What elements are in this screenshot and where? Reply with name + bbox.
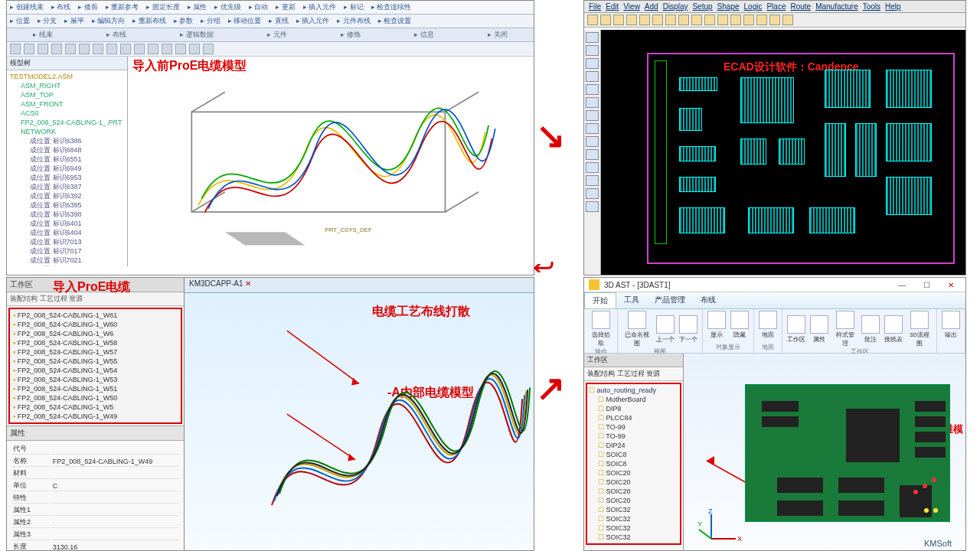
tab[interactable]: 开始 — [584, 292, 616, 308]
list-item[interactable]: FP2_008_524-CABLING-1_W5 — [13, 403, 179, 412]
ribbon-icon[interactable] — [759, 311, 777, 329]
ribbon-icon[interactable] — [810, 315, 828, 334]
tree-item[interactable]: 成位置 标识6404 — [10, 228, 127, 237]
list-item[interactable]: SOIC8 — [589, 459, 678, 468]
tree-item[interactable]: 成位置 标识7013 — [10, 237, 127, 246]
tool-icon[interactable] — [203, 44, 214, 54]
tool-icon[interactable] — [586, 71, 599, 82]
prop-val[interactable]: 3130.16 — [51, 542, 179, 551]
list-item[interactable]: SOIC20 — [589, 468, 678, 478]
tree-item[interactable]: 成位置 标识6395 — [10, 201, 127, 210]
ribbon-icon[interactable] — [656, 315, 675, 334]
ast-ribbon[interactable]: 选择拾取操作已命名视图上一个下一个视图显示隐藏对象显示地面地面工作区属性样式管理… — [584, 309, 965, 354]
tool-icon[interactable] — [10, 44, 21, 54]
tool-icon[interactable] — [782, 15, 793, 25]
ribbon-cmd[interactable]: ▸ 逻辑数据 — [180, 30, 214, 40]
list-item[interactable]: SOIC32 — [589, 523, 678, 533]
tree-item[interactable]: FP2_008_524-CABLING-1_.PRT — [10, 118, 127, 127]
ribbon-button[interactable]: 3D流程图 — [907, 311, 932, 347]
tool-icon[interactable] — [652, 15, 663, 25]
menu-item[interactable]: Place — [766, 2, 786, 11]
ribbon-cmd[interactable]: ▸ 自动 — [249, 2, 269, 12]
component-list[interactable]: auto_routing_ready MotherBoardDIP8PLCC84… — [586, 383, 681, 545]
tool-icon[interactable] — [691, 15, 702, 25]
ribbon-cmd[interactable]: ▸ 布线 — [51, 2, 71, 12]
tool-icon[interactable] — [626, 15, 637, 25]
tab[interactable]: 工具 — [616, 292, 647, 308]
ribbon-cmd[interactable]: ▸ 信息 — [414, 30, 434, 40]
ribbon-icon[interactable] — [884, 315, 903, 334]
tool-icon[interactable] — [79, 44, 90, 54]
ribbon-cmd[interactable]: ▸ 参数 — [174, 16, 194, 26]
menu-item[interactable]: Help — [885, 2, 901, 11]
ribbon-cmd[interactable]: ▸ 属性 — [188, 2, 207, 12]
ribbon-button[interactable]: 隐藏 — [730, 311, 749, 339]
list-item[interactable]: SOIC8 — [589, 450, 678, 459]
ribbon-button[interactable]: 显示 — [707, 311, 726, 339]
ribbon-cmd[interactable]: ▸ 重新参考 — [106, 2, 139, 12]
cadence-side-toolbar[interactable] — [584, 30, 601, 275]
ribbon-cmd[interactable]: ▸ 优先级 — [214, 2, 241, 12]
ribbon-cmd[interactable]: ▸ 插入元件 — [296, 16, 330, 26]
ribbon-cmd[interactable]: ▸ 关闭 — [488, 30, 508, 40]
tree-root[interactable]: auto_routing_ready — [589, 386, 678, 395]
tree-item[interactable]: 成位置 标识6551 — [10, 155, 127, 164]
ribbon-button[interactable]: 接线表 — [884, 315, 903, 344]
tree-item[interactable]: 成位置 标识6398 — [10, 210, 127, 219]
prop-val[interactable] — [51, 468, 179, 479]
menu-item[interactable]: Tools — [863, 2, 880, 11]
tree-item[interactable]: NETWORK — [10, 127, 127, 136]
list-item[interactable]: SOIC32 — [589, 533, 678, 542]
ribbon-cmd[interactable]: ▸ 布线 — [106, 30, 126, 40]
tool-icon[interactable] — [586, 97, 599, 108]
ribbon-button[interactable]: 地面 — [759, 311, 777, 339]
km3d-3d-view[interactable]: 电缆工艺布线打散 -A内部电缆模型 — [185, 293, 534, 550]
tree-item[interactable]: 成位置 标识7021 — [10, 256, 127, 265]
list-item[interactable]: TO-99 — [589, 432, 678, 441]
list-item[interactable]: FP2_008_524-CABLING-1_W50 — [13, 393, 179, 403]
proe-quick-toolbar[interactable] — [7, 42, 534, 57]
prop-val[interactable] — [51, 505, 179, 516]
tool-icon[interactable] — [586, 188, 599, 199]
ribbon-icon[interactable] — [942, 311, 960, 329]
ribbon-button[interactable]: 批注 — [861, 315, 880, 344]
pcb-canvas[interactable]: ECAD设计软件：Candence — [601, 30, 965, 275]
ribbon-button[interactable]: 选择拾取 — [589, 311, 612, 347]
tool-icon[interactable] — [586, 32, 599, 43]
document-tab[interactable]: KM3DCAPP-A1 ✕ — [185, 278, 534, 293]
list-item[interactable]: DIP24 — [589, 441, 678, 450]
list-item[interactable]: SOIC20 — [589, 496, 678, 505]
menu-item[interactable]: Add — [645, 2, 658, 11]
tool-icon[interactable] — [189, 44, 200, 54]
cadence-toolbar[interactable] — [584, 13, 965, 28]
tool-icon[interactable] — [613, 15, 624, 25]
tool-icon[interactable] — [586, 58, 599, 69]
menu-item[interactable]: Shape — [717, 2, 740, 11]
tool-icon[interactable] — [586, 201, 599, 212]
maximize-button[interactable]: ☐ — [916, 281, 936, 289]
list-item[interactable]: FP2_008_524-CABLING-1_W61 — [13, 311, 179, 320]
ribbon-cmd[interactable]: ▸ 编辑方向 — [92, 16, 126, 26]
window-titlebar[interactable]: 3D AST - [3DAST1] — ☐ ✕ — [584, 278, 965, 292]
menu-item[interactable]: File — [589, 2, 601, 11]
ribbon-cmd[interactable]: ▸ 插入元件 — [303, 2, 337, 12]
list-item[interactable]: SOIC32 — [589, 514, 678, 523]
tool-icon[interactable] — [24, 44, 34, 54]
prop-val[interactable] — [51, 530, 179, 540]
ribbon-cmd[interactable]: ▸ 固定长度 — [146, 2, 180, 12]
ribbon-icon[interactable] — [787, 315, 805, 334]
tree-item[interactable]: 成位置 标识6401 — [10, 219, 127, 228]
ribbon-cmd[interactable]: ▸ 展平 — [64, 16, 84, 26]
minimize-button[interactable]: — — [892, 281, 912, 289]
list-item[interactable]: FP2_008_524-CABLING-1_W49 — [13, 412, 179, 421]
list-item[interactable]: FP2_008_524-CABLING-1_W57 — [13, 347, 179, 357]
tool-icon[interactable] — [38, 44, 48, 54]
prop-val[interactable] — [51, 493, 179, 504]
tool-icon[interactable] — [756, 15, 767, 25]
ribbon-cmd[interactable]: ▸ 移动位置 — [228, 16, 262, 26]
tool-icon[interactable] — [586, 175, 599, 186]
tree-item[interactable]: 成位置 标识6392 — [10, 191, 127, 201]
tree-item[interactable]: ACS0 — [10, 109, 127, 118]
list-item[interactable]: PLCC84 — [589, 413, 678, 422]
tab[interactable]: 产品管理 — [647, 292, 693, 308]
